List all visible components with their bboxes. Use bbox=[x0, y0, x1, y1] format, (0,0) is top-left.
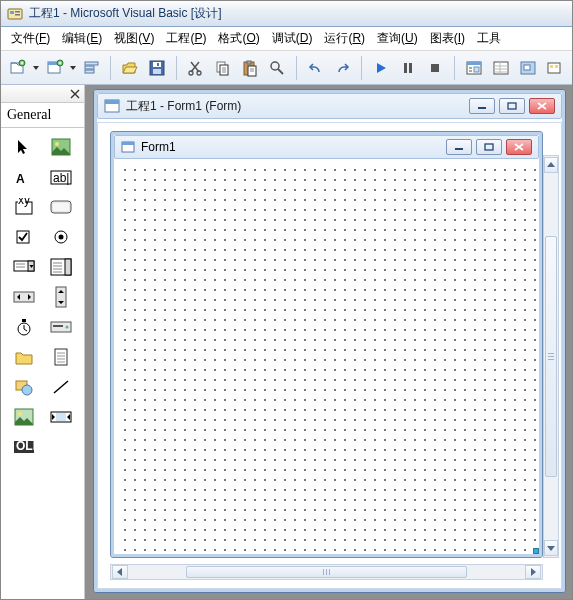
add-project-button[interactable] bbox=[5, 55, 30, 81]
menu-run[interactable]: 运行(R) bbox=[318, 28, 371, 49]
end-button[interactable] bbox=[423, 55, 448, 81]
add-form-button[interactable] bbox=[42, 55, 67, 81]
scroll-left-button[interactable] bbox=[112, 565, 128, 579]
designer-window: 工程1 - Form1 (Form) Form1 bbox=[93, 89, 566, 593]
menu-editor-button[interactable] bbox=[79, 55, 104, 81]
open-button[interactable] bbox=[117, 55, 142, 81]
designer-body: Form1 bbox=[97, 122, 562, 589]
svg-rect-2 bbox=[15, 11, 20, 13]
scroll-right-button[interactable] bbox=[525, 565, 541, 579]
save-button[interactable] bbox=[145, 55, 170, 81]
toolbar-separator bbox=[176, 56, 177, 80]
tool-combobox[interactable] bbox=[7, 254, 41, 280]
designer-close-button[interactable] bbox=[529, 98, 555, 114]
tool-data[interactable] bbox=[45, 404, 79, 430]
tool-optionbutton[interactable] bbox=[45, 224, 79, 250]
menu-view[interactable]: 视图(V) bbox=[108, 28, 160, 49]
designer-maximize-button[interactable] bbox=[499, 98, 525, 114]
svg-rect-28 bbox=[467, 62, 481, 65]
tool-pointer[interactable] bbox=[7, 134, 41, 160]
tool-filelistbox[interactable] bbox=[45, 344, 79, 370]
menu-debug[interactable]: 调试(D) bbox=[266, 28, 319, 49]
project-explorer-button[interactable] bbox=[461, 55, 486, 81]
add-project-dropdown[interactable] bbox=[32, 55, 40, 81]
svg-rect-14 bbox=[153, 69, 161, 74]
svg-rect-70 bbox=[105, 100, 119, 104]
tool-drivelistbox[interactable] bbox=[45, 314, 79, 340]
tool-shape[interactable] bbox=[7, 374, 41, 400]
find-button[interactable] bbox=[265, 55, 290, 81]
copy-button[interactable] bbox=[210, 55, 235, 81]
tool-textbox[interactable]: ab| bbox=[45, 164, 79, 190]
form-minimize-button[interactable] bbox=[446, 139, 472, 155]
svg-rect-35 bbox=[555, 65, 558, 68]
tool-frame[interactable]: xy bbox=[7, 194, 41, 220]
tool-commandbutton[interactable] bbox=[45, 194, 79, 220]
svg-rect-46 bbox=[17, 231, 29, 243]
tool-hscrollbar[interactable] bbox=[7, 284, 41, 310]
scroll-thumb[interactable] bbox=[545, 236, 557, 477]
start-button[interactable] bbox=[368, 55, 393, 81]
designer-titlebar[interactable]: 工程1 - Form1 (Form) bbox=[97, 93, 562, 119]
tool-dirlistbox[interactable] bbox=[7, 344, 41, 370]
svg-rect-34 bbox=[550, 65, 553, 68]
svg-point-37 bbox=[55, 142, 59, 146]
undo-button[interactable] bbox=[303, 55, 328, 81]
svg-rect-11 bbox=[85, 70, 94, 73]
properties-button[interactable] bbox=[488, 55, 513, 81]
menu-query[interactable]: 查询(U) bbox=[371, 28, 424, 49]
svg-rect-21 bbox=[247, 61, 251, 64]
form-maximize-button[interactable] bbox=[476, 139, 502, 155]
svg-point-23 bbox=[271, 62, 279, 70]
form-titlebar[interactable]: Form1 bbox=[114, 135, 539, 159]
menu-tools[interactable]: 工具 bbox=[471, 28, 507, 49]
designer-hscrollbar[interactable] bbox=[110, 564, 543, 580]
menu-edit[interactable]: 编辑(E) bbox=[56, 28, 108, 49]
tool-image[interactable] bbox=[7, 404, 41, 430]
form-design-surface[interactable] bbox=[117, 162, 536, 551]
svg-rect-58 bbox=[53, 325, 63, 327]
toolbar-separator bbox=[361, 56, 362, 80]
tool-listbox[interactable] bbox=[45, 254, 79, 280]
redo-button[interactable] bbox=[330, 55, 355, 81]
svg-rect-66 bbox=[56, 413, 66, 421]
scroll-thumb[interactable] bbox=[186, 566, 466, 578]
cut-button[interactable] bbox=[183, 55, 208, 81]
break-button[interactable] bbox=[396, 55, 421, 81]
tool-label[interactable]: A bbox=[7, 164, 41, 190]
svg-rect-74 bbox=[485, 144, 493, 150]
add-form-dropdown[interactable] bbox=[69, 55, 77, 81]
resize-handle[interactable] bbox=[533, 548, 539, 554]
tool-ole[interactable]: OLE bbox=[7, 434, 41, 460]
form-icon bbox=[104, 99, 120, 113]
tool-checkbox[interactable] bbox=[7, 224, 41, 250]
tool-timer[interactable] bbox=[7, 314, 41, 340]
tool-line[interactable] bbox=[45, 374, 79, 400]
toolbox-grid: A ab| xy OLE bbox=[1, 128, 84, 466]
toolbox-close-button[interactable] bbox=[68, 87, 82, 101]
main-toolbar bbox=[1, 51, 572, 85]
form-close-button[interactable] bbox=[506, 139, 532, 155]
designer-vscrollbar[interactable] bbox=[543, 155, 559, 558]
scroll-up-button[interactable] bbox=[544, 157, 558, 173]
menu-project[interactable]: 工程(P) bbox=[160, 28, 212, 49]
svg-point-16 bbox=[189, 71, 193, 75]
form-window[interactable]: Form1 bbox=[110, 131, 543, 558]
paste-button[interactable] bbox=[237, 55, 262, 81]
object-browser-button[interactable] bbox=[543, 55, 568, 81]
svg-rect-56 bbox=[22, 319, 26, 322]
svg-point-59 bbox=[66, 326, 69, 329]
menu-format[interactable]: 格式(O) bbox=[212, 28, 265, 49]
svg-rect-24 bbox=[404, 63, 407, 73]
toolbar-separator bbox=[110, 56, 111, 80]
menu-file[interactable]: 文件(F) bbox=[5, 28, 56, 49]
svg-point-64 bbox=[18, 412, 22, 416]
menu-diagram[interactable]: 图表(I) bbox=[424, 28, 471, 49]
tool-picturebox[interactable] bbox=[45, 134, 79, 160]
svg-point-48 bbox=[59, 235, 64, 240]
toolbox-header bbox=[1, 85, 84, 103]
scroll-down-button[interactable] bbox=[544, 540, 558, 556]
form-layout-button[interactable] bbox=[516, 55, 541, 81]
designer-minimize-button[interactable] bbox=[469, 98, 495, 114]
tool-vscrollbar[interactable] bbox=[45, 284, 79, 310]
